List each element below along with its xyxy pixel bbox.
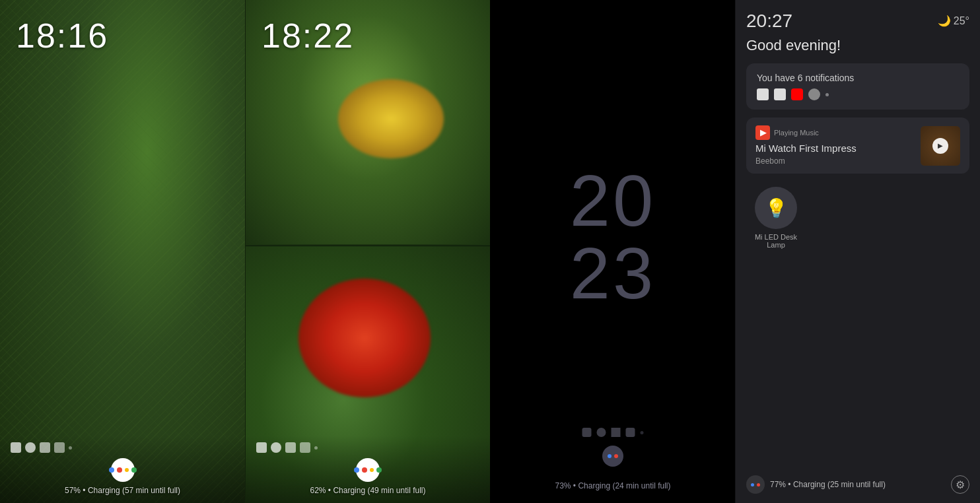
- panel2-notification-dots: [256, 442, 479, 453]
- panel4-charge: 77% • Charging (25 min until full): [770, 480, 886, 489]
- p2-notif-dot-3: [285, 442, 296, 453]
- p3-dot-4: [626, 428, 635, 437]
- panel3-charge: 73% • Charging (24 min until full): [491, 479, 735, 491]
- lamp-icon: 💡: [755, 187, 797, 229]
- p2-notif-dot-2: [271, 442, 281, 453]
- p3-ga-dot-red: [614, 454, 618, 458]
- panel4-temperature: 25°: [954, 15, 969, 27]
- notif-dot-5: [69, 446, 72, 450]
- ga-dot-yellow: [125, 468, 129, 472]
- p2-notif-dot-4: [300, 442, 310, 453]
- panel1-charge: 57% • Charging (57 min until full): [11, 486, 234, 495]
- panel3-notification-dots: [582, 428, 644, 437]
- panel4-time: 20:27: [746, 11, 792, 32]
- mi-led-lamp-widget[interactable]: 💡 Mi LED Desk Lamp: [746, 187, 806, 249]
- p2-notif-dot-5: [314, 446, 318, 450]
- notifications-card[interactable]: You have 6 notifications: [746, 63, 969, 110]
- music-title: Mi Watch First Impress: [755, 143, 874, 154]
- panel-1-lockscreen: 18:16 57% • Chargin: [0, 0, 245, 503]
- p3-dot-3: [612, 428, 621, 437]
- panel1-google-assistant[interactable]: [11, 458, 234, 482]
- notif-app-icon-2: [774, 88, 786, 100]
- panel4-weather: 🌙 25°: [938, 15, 969, 27]
- p3-dot-2: [597, 428, 606, 437]
- panel2-google-assistant[interactable]: [256, 458, 479, 482]
- panel1-time: 18:16: [16, 16, 245, 55]
- panel4-bottom-left: 77% • Charging (25 min until full): [746, 475, 886, 494]
- p2-ga-dot-green: [376, 467, 382, 473]
- panel4-ga-icon[interactable]: [746, 475, 765, 494]
- p3-dot-1: [582, 428, 592, 437]
- p2-ga-dot-blue: [354, 467, 359, 473]
- panel2-time: 18:22: [262, 16, 490, 55]
- notifications-count-text: You have 6 notifications: [757, 73, 959, 83]
- p3-ga-icon[interactable]: [602, 446, 623, 467]
- panel3-charge-text: 73% • Charging (24 min until full): [555, 481, 671, 490]
- p4-ga-dot-blue: [751, 483, 754, 486]
- panel3-clock-line1: 20: [570, 164, 656, 237]
- panel4-bottom-bar: 77% • Charging (25 min until full) ⚙: [736, 469, 980, 503]
- notif-dot-4: [54, 442, 65, 453]
- music-card[interactable]: ▶ Playing Music Mi Watch First Impress B…: [746, 117, 969, 174]
- notif-dot-2: [25, 442, 36, 453]
- lamp-label: Mi LED Desk Lamp: [746, 233, 806, 249]
- p3-dot-5: [641, 431, 644, 434]
- p3-ga-dot-blue: [608, 454, 612, 458]
- notif-app-icon-1: [757, 88, 769, 100]
- panel2-charge: 62% • Charging (49 min until full): [256, 486, 479, 495]
- panel4-main-content: 20:27 🌙 25° Good evening! You have 6 not…: [736, 0, 980, 503]
- panel-3-amoled: 20 23 73% • Charging (24 min until full): [490, 0, 735, 503]
- moon-icon: 🌙: [938, 15, 951, 27]
- notif-more-dot: [825, 93, 829, 96]
- music-thumbnail: ▶: [921, 126, 960, 166]
- notif-dot-1: [11, 442, 21, 453]
- ga-dot-green: [131, 467, 137, 473]
- play-button[interactable]: ▶: [932, 138, 948, 154]
- ga-dot-blue: [109, 467, 114, 473]
- p2-notif-dot-1: [256, 442, 267, 453]
- panel3-clock-line2: 23: [570, 237, 656, 310]
- panel3-clock: 20 23: [570, 164, 656, 310]
- p4-ga-dot-red: [757, 483, 760, 486]
- panel4-header: 20:27 🌙 25°: [746, 11, 969, 32]
- ga-icon-1[interactable]: [111, 458, 135, 482]
- notif-dot-3: [40, 442, 50, 453]
- p2-ga-dot-red: [362, 467, 367, 473]
- panel-4-notifications: 20:27 🌙 25° Good evening! You have 6 not…: [735, 0, 980, 503]
- notif-app-icon-camera: [808, 88, 820, 100]
- settings-gear-icon: ⚙: [956, 479, 965, 491]
- p2-ga-dot-yellow: [370, 468, 374, 472]
- panel1-notification-dots: [11, 442, 234, 453]
- panel4-greeting: Good evening!: [746, 37, 969, 54]
- music-app-icon: ▶: [755, 125, 770, 140]
- music-playing-label: Playing Music: [774, 129, 819, 137]
- music-header: ▶ Playing Music: [755, 125, 913, 140]
- smart-home-section: 💡 Mi LED Desk Lamp: [746, 187, 969, 492]
- play-button-overlay[interactable]: ▶: [921, 126, 960, 166]
- settings-button[interactable]: ⚙: [951, 475, 969, 494]
- notif-app-icon-youtube: [791, 88, 803, 100]
- panel-2-lockscreen: 18:22 62% • Chargin: [245, 0, 490, 503]
- panel3-google-assistant[interactable]: [602, 446, 623, 467]
- notification-app-icons: [757, 88, 959, 100]
- ga-dot-red: [117, 467, 122, 473]
- ga-icon-2[interactable]: [356, 458, 380, 482]
- music-artist: Beebom: [755, 156, 913, 166]
